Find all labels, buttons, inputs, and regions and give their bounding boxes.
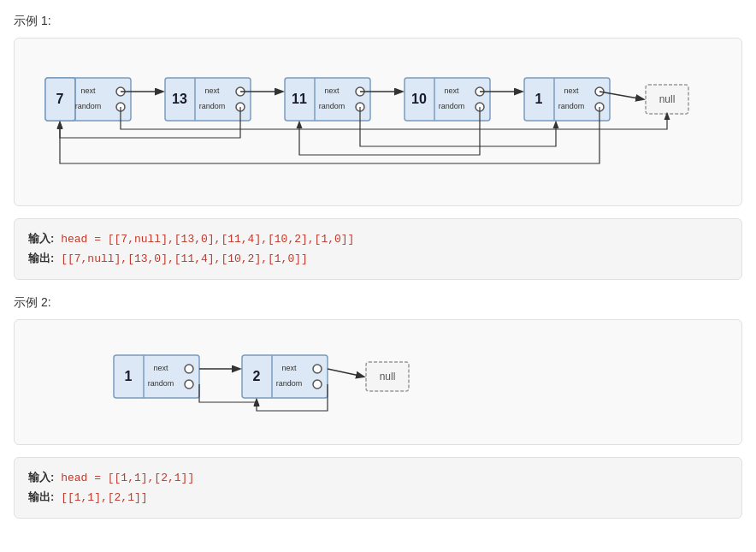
svg-text:random: random xyxy=(558,102,585,110)
code-block-2: 输入: head = [[1,1],[2,1]] 输出: [[1,1],[2,1… xyxy=(14,457,742,519)
svg-text:next: next xyxy=(444,86,459,95)
svg-text:2: 2 xyxy=(253,369,261,383)
section-1-label: 示例 1: xyxy=(14,14,742,29)
svg-text:next: next xyxy=(80,86,96,95)
svg-text:random: random xyxy=(148,379,174,388)
svg-text:7: 7 xyxy=(56,92,64,106)
output-label-1: 输出: xyxy=(28,252,54,264)
svg-text:next: next xyxy=(564,86,579,95)
diagram-2-svg: 1 next random 2 next random null xyxy=(28,334,456,428)
svg-text:13: 13 xyxy=(172,92,187,106)
svg-point-56 xyxy=(313,380,322,389)
svg-text:random: random xyxy=(199,102,226,110)
section-1: 示例 1: 7 next random 1 xyxy=(14,14,742,280)
input-value-2: head = [[1,1],[2,1]] xyxy=(61,472,194,484)
svg-text:1: 1 xyxy=(535,92,543,106)
svg-text:11: 11 xyxy=(292,92,307,106)
svg-text:1: 1 xyxy=(125,369,133,383)
diagram-1-svg: 7 next random 13 next random xyxy=(28,52,747,189)
svg-point-54 xyxy=(313,365,322,373)
svg-line-60 xyxy=(328,369,363,377)
svg-text:next: next xyxy=(324,86,340,95)
section-2: 示例 2: 1 next random 2 xyxy=(14,295,742,519)
svg-text:random: random xyxy=(319,102,346,110)
svg-text:null: null xyxy=(659,93,676,105)
svg-text:random: random xyxy=(439,102,465,110)
diagram-2: 1 next random 2 next random null xyxy=(14,319,742,445)
svg-text:next: next xyxy=(281,364,297,372)
svg-text:random: random xyxy=(276,379,303,388)
svg-text:10: 10 xyxy=(411,92,427,106)
diagram-1: 7 next random 13 next random xyxy=(14,38,742,206)
svg-text:random: random xyxy=(75,102,102,110)
input-value-1: head = [[7,null],[13,0],[11,4],[10,2],[1… xyxy=(61,233,354,246)
input-label-2: 输入: xyxy=(28,471,54,484)
output-value-2: [[1,1],[2,1]] xyxy=(61,491,147,504)
input-label-1: 输入: xyxy=(28,232,54,245)
output-value-1: [[7,null],[13,0],[11,4],[10,2],[1,0]] xyxy=(61,252,308,265)
output-label-2: 输出: xyxy=(28,490,54,503)
svg-text:null: null xyxy=(380,371,396,383)
svg-text:next: next xyxy=(204,86,220,95)
svg-point-47 xyxy=(185,365,193,373)
svg-text:next: next xyxy=(153,364,168,372)
code-block-1: 输入: head = [[7,null],[13,0],[11,4],[10,2… xyxy=(14,218,742,280)
svg-point-49 xyxy=(185,380,193,389)
section-2-label: 示例 2: xyxy=(14,295,742,311)
